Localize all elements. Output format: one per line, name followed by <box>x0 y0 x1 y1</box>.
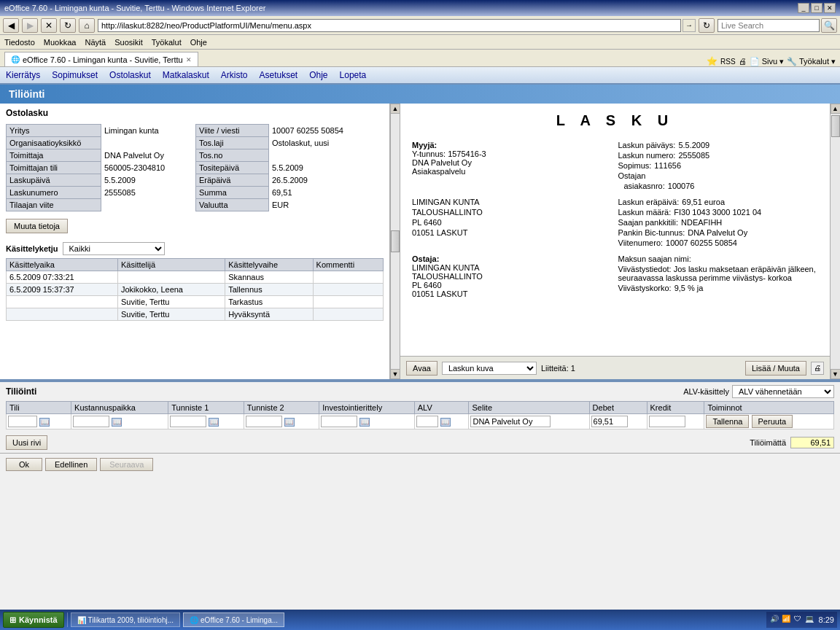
tab-close-btn[interactable]: ✕ <box>186 56 192 63</box>
tunniste2-input[interactable] <box>246 416 282 427</box>
tilioitta-row: Tiliöimättä <box>750 437 834 448</box>
seuraava-btn[interactable]: Seuraava <box>100 458 153 471</box>
close-btn[interactable]: ✕ <box>824 3 836 13</box>
favorites-btn[interactable]: ⭐ <box>707 56 718 66</box>
invoice-details: Laskun päiväys: 5.5.2009 Laskun numero: … <box>618 141 819 192</box>
tosno-value <box>269 149 384 162</box>
address-bar[interactable] <box>98 19 681 32</box>
maximize-btn[interactable]: □ <box>811 3 822 13</box>
kustpaikka-book-icon[interactable]: 📖 <box>112 418 122 427</box>
toslaji-value: Ostolaskut, uusi <box>269 137 384 149</box>
menu-tyokalut[interactable]: Työkalut <box>152 38 182 47</box>
scroll-down-right-btn[interactable]: ▼ <box>831 369 841 379</box>
tilioitta-input[interactable] <box>790 437 834 448</box>
avaa-btn[interactable]: Avaa <box>406 361 438 376</box>
search-btn[interactable]: 🔍 <box>821 18 837 33</box>
debet-input[interactable] <box>591 416 628 427</box>
taskbar-btn-1[interactable]: 📊 Tilikartta 2009, tiliöintiohj... <box>71 612 180 627</box>
investointi-book-icon[interactable]: 📖 <box>359 418 370 427</box>
summa-value: 69,51 <box>269 187 384 199</box>
kasittely-kommentti <box>313 296 383 308</box>
tunniste2-book-icon[interactable]: 📖 <box>284 418 295 427</box>
stop-btn[interactable]: ✕ <box>41 18 57 33</box>
nav-ohje[interactable]: Ohje <box>309 70 327 80</box>
ok-btn[interactable]: Ok <box>6 458 42 471</box>
back-btn[interactable]: ◀ <box>3 18 19 33</box>
menu-ohje[interactable]: Ohje <box>190 38 207 47</box>
page-title-bar: Tiliöinti <box>0 85 840 104</box>
lisaa-muuta-btn[interactable]: Lisää / Muuta <box>745 361 806 376</box>
nav-lopeta[interactable]: Lopeta <box>340 70 367 80</box>
refresh2-btn[interactable]: ↻ <box>699 18 715 33</box>
taskbar-divider <box>67 612 68 627</box>
rss-btn[interactable]: RSS <box>720 58 736 66</box>
scrollbar-thumb-right[interactable] <box>831 115 840 137</box>
muuta-tietoja-btn[interactable]: Muuta tietoja <box>6 219 68 233</box>
scroll-up-right-btn[interactable]: ▲ <box>831 104 841 114</box>
taskbar-btn-2[interactable]: 🌐 eOffice 7.60 - Liminga... <box>183 612 284 627</box>
col-tunniste2: Tunniste 2 <box>244 402 319 414</box>
tyokalut-btn[interactable]: 🔧 Työkalut ▾ <box>787 57 836 66</box>
menu-muokkaa[interactable]: Muokkaa <box>44 38 77 47</box>
edellinen-btn[interactable]: Edellinen <box>45 458 97 471</box>
nav-sopimukset[interactable]: Sopimukset <box>52 70 98 80</box>
valuutta-value: EUR <box>269 199 384 211</box>
scroll-up-btn[interactable]: ▲ <box>390 104 400 114</box>
go-btn[interactable]: → <box>682 19 696 32</box>
kasittely-kommentti <box>313 284 383 296</box>
tili-book-icon[interactable]: 📖 <box>39 418 50 427</box>
col-selite: Selite <box>469 402 589 414</box>
taskbar-btn-1-icon: 📊 <box>77 616 86 624</box>
investointi-input[interactable] <box>321 416 357 427</box>
kasittelyketju-header: Käsittelyketju Kaikki Avoimet Suljetut <box>6 242 384 255</box>
tallenna-btn[interactable]: Tallenna <box>706 415 749 428</box>
tiliointi-title: Tiliöinti <box>6 386 36 397</box>
active-tab[interactable]: 🌐 eOffice 7.60 - Limingan kunta - Suviti… <box>4 52 198 66</box>
ostajan-label: Ostajan <box>618 171 646 180</box>
kustpaikka-input[interactable] <box>73 416 109 427</box>
minimize-btn[interactable]: _ <box>798 3 809 13</box>
tili-input[interactable] <box>8 416 37 427</box>
kasittely-row: Suvitie, TerttuHyväksyntä <box>7 308 384 321</box>
search-input[interactable] <box>718 19 820 32</box>
refresh-btn[interactable]: ↻ <box>60 18 76 33</box>
start-button[interactable]: ⊞ Käynnistä <box>3 612 64 628</box>
selite-input[interactable] <box>470 416 551 427</box>
tray-icon-2: 📶 <box>781 615 791 625</box>
erap-value: 26.5.2009 <box>269 174 384 187</box>
seller-label: Myyjä: <box>412 141 612 149</box>
alv-book-icon[interactable]: 📖 <box>440 418 451 427</box>
nav-asetukset[interactable]: Asetukset <box>259 70 298 80</box>
menu-suosikit[interactable]: Suosikit <box>114 38 143 47</box>
nav-arkisto[interactable]: Arkisto <box>221 70 248 80</box>
print-icon[interactable]: 🖨 <box>811 362 824 375</box>
nav-matkalaskut[interactable]: Matkalaskut <box>163 70 209 80</box>
scroll-down-btn[interactable]: ▼ <box>390 369 400 379</box>
nav-ostolaskut[interactable]: Ostolaskut <box>109 70 151 80</box>
ostaja-label: Ostaja: <box>412 254 612 263</box>
alv-dropdown[interactable]: ALV vähennetään ALV ei vähennetä ALV lis… <box>732 385 834 398</box>
viite-label: Viite / viesti <box>196 125 269 137</box>
menu-tiedosto[interactable]: Tiedosto <box>4 38 35 47</box>
window-controls: _ □ ✕ <box>798 3 836 13</box>
forward-btn[interactable]: ▶ <box>22 18 38 33</box>
tunniste1-book-icon[interactable]: 📖 <box>209 418 219 427</box>
home-btn[interactable]: ⌂ <box>79 18 95 33</box>
sivu-btn[interactable]: 📄 Sivu ▾ <box>750 57 785 66</box>
tunniste1-input[interactable] <box>170 416 206 427</box>
scrollbar-thumb[interactable] <box>391 230 400 252</box>
nav-kierratys[interactable]: Kierrätys <box>6 70 40 80</box>
alv-input[interactable] <box>416 416 438 427</box>
kasittely-vaihe: Tarkastus <box>225 296 313 308</box>
peruuta-btn[interactable]: Peruuta <box>752 415 793 428</box>
kasittelyketju-select[interactable]: Kaikki Avoimet Suljetut <box>63 242 165 255</box>
print-btn[interactable]: 🖨 <box>739 57 747 66</box>
korko-label: Viivästyskorko: <box>618 284 672 292</box>
uusi-rivi-btn[interactable]: Uusi rivi <box>6 435 47 450</box>
kredit-input[interactable] <box>649 416 685 427</box>
kasittely-vaihe: Skannaus <box>225 271 313 284</box>
lasku-kuva-dropdown[interactable]: Laskun kuva <box>442 362 537 375</box>
menu-nayta[interactable]: Näytä <box>85 38 106 47</box>
tray-icon-1: 🔊 <box>769 615 779 625</box>
kasittely-kasittelija: Jokikokko, Leena <box>117 284 225 296</box>
